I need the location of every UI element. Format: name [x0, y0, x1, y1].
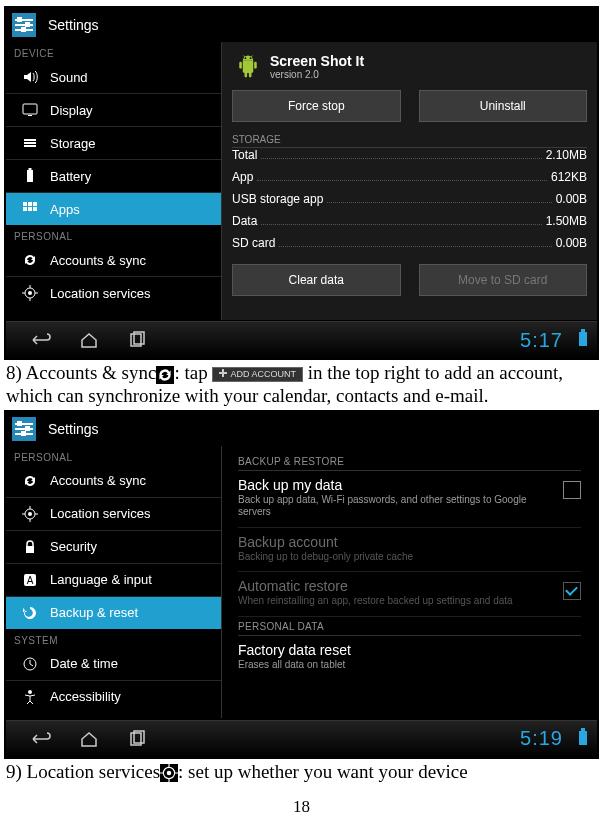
- instruction-step-8: 8) Accounts & sync: tap ADD ACCOUNT in t…: [6, 362, 597, 408]
- svg-rect-23: [156, 366, 174, 384]
- nav-back-icon[interactable]: [30, 331, 52, 349]
- nav-recents-icon[interactable]: [126, 730, 148, 748]
- sidebar-heading-personal: PERSONAL: [6, 225, 221, 244]
- sidebar-heading-system: SYSTEM: [6, 629, 221, 648]
- sidebar-item-accounts[interactable]: Accounts & sync: [6, 465, 221, 498]
- item-subtitle: Back up app data, Wi-Fi passwords, and o…: [238, 494, 551, 519]
- language-icon: A: [22, 572, 38, 588]
- plus-icon: [219, 369, 227, 377]
- storage-icon: [22, 135, 38, 151]
- sidebar-item-location[interactable]: Location services: [6, 498, 221, 531]
- app-info-panel: Screen Shot It version 2.0 Force stop Un…: [221, 42, 597, 320]
- svg-rect-8: [28, 202, 32, 206]
- screenshot-settings-backup: Settings PERSONAL Accounts & sync Locati…: [4, 410, 599, 759]
- backup-account-item: Backup account Backing up to debug-only …: [238, 528, 581, 573]
- sidebar-item-label: Security: [50, 539, 97, 554]
- svg-point-35: [167, 771, 172, 776]
- android-robot-icon: [234, 52, 262, 80]
- sidebar-item-label: Accounts & sync: [50, 253, 146, 268]
- location-icon: [22, 506, 38, 522]
- sidebar-item-label: Location services: [50, 506, 150, 521]
- system-navbar: 5:17: [6, 321, 597, 358]
- svg-point-16: [250, 57, 252, 59]
- sidebar-item-label: Accessibility: [50, 689, 121, 704]
- app-version: version 2.0: [270, 69, 364, 80]
- checkbox[interactable]: [563, 481, 581, 499]
- sidebar-item-location[interactable]: Location services: [6, 277, 221, 309]
- storage-row: Total2.10MB: [232, 148, 587, 170]
- svg-rect-9: [33, 202, 37, 206]
- backup-reset-panel: BACKUP & RESTORE Back up my data Back up…: [221, 446, 597, 718]
- status-clock: 5:17: [520, 329, 563, 352]
- location-icon: [22, 285, 38, 301]
- svg-rect-10: [23, 207, 27, 211]
- svg-rect-20: [249, 72, 252, 77]
- sidebar-item-label: Language & input: [50, 572, 152, 587]
- sidebar-item-battery[interactable]: Battery: [6, 160, 221, 193]
- svg-rect-3: [24, 142, 36, 144]
- backup-reset-icon: [22, 605, 38, 621]
- svg-rect-1: [28, 115, 32, 116]
- item-subtitle: Erases all data on tablet: [238, 659, 581, 672]
- sidebar-item-label: Apps: [50, 202, 80, 217]
- svg-rect-5: [27, 170, 33, 182]
- screenshot-settings-apps: Settings DEVICE Sound Display Storage: [4, 6, 599, 360]
- sound-icon: [22, 69, 38, 85]
- nav-recents-icon[interactable]: [126, 331, 148, 349]
- storage-row: USB storage app0.00B: [232, 192, 587, 214]
- sidebar-item-apps[interactable]: Apps: [6, 193, 221, 225]
- apps-icon: [22, 201, 38, 217]
- sidebar-heading-personal: PERSONAL: [6, 446, 221, 465]
- sidebar-item-label: Accounts & sync: [50, 473, 146, 488]
- sidebar-item-sound[interactable]: Sound: [6, 61, 221, 94]
- sidebar-item-backup-reset[interactable]: Backup & reset: [6, 597, 221, 629]
- sidebar-item-label: Date & time: [50, 656, 118, 671]
- settings-title: Settings: [48, 17, 99, 33]
- svg-rect-26: [26, 546, 34, 553]
- status-clock: 5:19: [520, 727, 563, 750]
- svg-rect-18: [254, 62, 257, 69]
- storage-row: Data1.50MB: [232, 214, 587, 236]
- page-number: 18: [4, 797, 599, 817]
- svg-text:A: A: [27, 575, 34, 586]
- sidebar-item-datetime[interactable]: Date & time: [6, 648, 221, 681]
- sidebar-item-label: Storage: [50, 136, 96, 151]
- settings-sidebar: PERSONAL Accounts & sync Location servic…: [6, 446, 221, 718]
- add-account-button[interactable]: ADD ACCOUNT: [212, 367, 303, 382]
- sidebar-item-label: Backup & reset: [50, 605, 138, 620]
- settings-app-icon: [12, 417, 36, 441]
- move-to-sd-button: Move to SD card: [419, 264, 588, 296]
- nav-home-icon[interactable]: [78, 331, 100, 349]
- sidebar-item-label: Battery: [50, 169, 91, 184]
- location-icon: [160, 764, 178, 782]
- clear-data-button[interactable]: Clear data: [232, 264, 401, 296]
- settings-title: Settings: [48, 421, 99, 437]
- item-title: Automatic restore: [238, 578, 551, 594]
- battery-status-icon: [579, 332, 587, 346]
- svg-point-15: [245, 57, 247, 59]
- force-stop-button[interactable]: Force stop: [232, 90, 401, 122]
- svg-rect-19: [245, 72, 248, 77]
- factory-reset-item[interactable]: Factory data reset Erases all data on ta…: [238, 636, 581, 680]
- item-subtitle: Backing up to debug-only private cache: [238, 551, 581, 564]
- sync-icon: [156, 366, 174, 384]
- sidebar-item-label: Location services: [50, 286, 150, 301]
- nav-home-icon[interactable]: [78, 730, 100, 748]
- svg-point-14: [28, 291, 32, 295]
- lock-icon: [22, 539, 38, 555]
- backup-my-data-item[interactable]: Back up my data Back up app data, Wi-Fi …: [238, 471, 581, 528]
- item-title: Backup account: [238, 534, 581, 550]
- section-backup-restore: BACKUP & RESTORE: [238, 452, 581, 471]
- sidebar-item-display[interactable]: Display: [6, 94, 221, 127]
- sidebar-item-language[interactable]: A Language & input: [6, 564, 221, 597]
- storage-row: App612KB: [232, 170, 587, 192]
- sidebar-item-security[interactable]: Security: [6, 531, 221, 564]
- svg-point-30: [28, 690, 32, 694]
- nav-back-icon[interactable]: [30, 730, 52, 748]
- sidebar-item-accounts[interactable]: Accounts & sync: [6, 244, 221, 277]
- sync-icon: [22, 252, 38, 268]
- svg-rect-12: [33, 207, 37, 211]
- sidebar-item-storage[interactable]: Storage: [6, 127, 221, 160]
- uninstall-button[interactable]: Uninstall: [419, 90, 588, 122]
- sidebar-item-accessibility[interactable]: Accessibility: [6, 681, 221, 713]
